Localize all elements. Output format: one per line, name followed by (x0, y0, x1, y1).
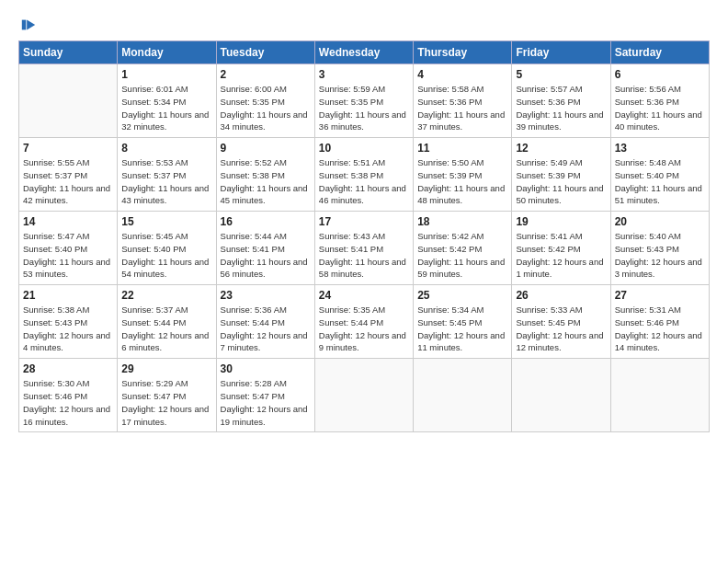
day-info: Sunrise: 5:30 AMSunset: 5:46 PMDaylight:… (23, 377, 113, 428)
day-info: Sunrise: 5:41 AMSunset: 5:42 PMDaylight:… (516, 230, 606, 281)
calendar-cell: 11Sunrise: 5:50 AMSunset: 5:39 PMDayligh… (414, 138, 512, 212)
calendar-cell: 28Sunrise: 5:30 AMSunset: 5:46 PMDayligh… (19, 359, 118, 432)
day-number: 5 (516, 68, 606, 81)
day-info: Sunrise: 5:57 AMSunset: 5:36 PMDaylight:… (516, 83, 606, 133)
day-number: 10 (319, 142, 409, 155)
day-number: 15 (121, 215, 211, 228)
day-number: 28 (23, 362, 113, 375)
calendar-cell: 1Sunrise: 6:01 AMSunset: 5:34 PMDaylight… (118, 64, 216, 138)
calendar-cell (512, 359, 610, 432)
calendar-cell: 12Sunrise: 5:49 AMSunset: 5:39 PMDayligh… (512, 138, 610, 212)
calendar-cell: 21Sunrise: 5:38 AMSunset: 5:43 PMDayligh… (19, 285, 118, 359)
calendar-cell: 20Sunrise: 5:40 AMSunset: 5:43 PMDayligh… (610, 212, 709, 285)
calendar-cell: 23Sunrise: 5:36 AMSunset: 5:44 PMDayligh… (216, 285, 314, 359)
day-info: Sunrise: 5:53 AMSunset: 5:37 PMDaylight:… (121, 156, 211, 207)
week-row-5: 28Sunrise: 5:30 AMSunset: 5:46 PMDayligh… (19, 359, 710, 432)
day-header-wednesday: Wednesday (314, 41, 413, 64)
day-info: Sunrise: 5:48 AMSunset: 5:40 PMDaylight:… (615, 156, 705, 207)
calendar-cell: 2Sunrise: 6:00 AMSunset: 5:35 PMDaylight… (216, 64, 314, 138)
calendar-table: SundayMondayTuesdayWednesdayThursdayFrid… (18, 40, 710, 432)
day-info: Sunrise: 5:43 AMSunset: 5:41 PMDaylight:… (319, 230, 409, 281)
calendar-cell: 29Sunrise: 5:29 AMSunset: 5:47 PMDayligh… (118, 359, 216, 432)
calendar-cell: 13Sunrise: 5:48 AMSunset: 5:40 PMDayligh… (610, 138, 709, 212)
day-number: 23 (221, 289, 311, 302)
day-info: Sunrise: 5:35 AMSunset: 5:44 PMDaylight:… (319, 304, 409, 354)
day-info: Sunrise: 5:47 AMSunset: 5:40 PMDaylight:… (23, 230, 113, 281)
day-number: 14 (23, 215, 113, 228)
header-row: SundayMondayTuesdayWednesdayThursdayFrid… (19, 41, 710, 64)
day-info: Sunrise: 5:49 AMSunset: 5:39 PMDaylight:… (516, 156, 606, 207)
week-row-1: 1Sunrise: 6:01 AMSunset: 5:34 PMDaylight… (19, 64, 710, 138)
day-info: Sunrise: 6:00 AMSunset: 5:35 PMDaylight:… (221, 83, 311, 133)
calendar-cell (314, 359, 413, 432)
day-number: 25 (417, 289, 507, 302)
calendar-cell: 17Sunrise: 5:43 AMSunset: 5:41 PMDayligh… (314, 212, 413, 285)
day-number: 26 (516, 289, 606, 302)
day-info: Sunrise: 5:51 AMSunset: 5:38 PMDaylight:… (319, 156, 409, 207)
day-number: 11 (417, 142, 507, 155)
day-info: Sunrise: 5:38 AMSunset: 5:43 PMDaylight:… (23, 304, 113, 354)
week-row-4: 21Sunrise: 5:38 AMSunset: 5:43 PMDayligh… (19, 285, 710, 359)
day-info: Sunrise: 5:29 AMSunset: 5:47 PMDaylight:… (121, 377, 211, 428)
calendar-cell: 19Sunrise: 5:41 AMSunset: 5:42 PMDayligh… (512, 212, 610, 285)
calendar-cell: 30Sunrise: 5:28 AMSunset: 5:47 PMDayligh… (216, 359, 314, 432)
day-info: Sunrise: 5:44 AMSunset: 5:41 PMDaylight:… (221, 230, 311, 281)
calendar-cell (610, 359, 709, 432)
day-info: Sunrise: 5:36 AMSunset: 5:44 PMDaylight:… (221, 304, 311, 354)
calendar-cell: 8Sunrise: 5:53 AMSunset: 5:37 PMDaylight… (118, 138, 216, 212)
day-info: Sunrise: 5:31 AMSunset: 5:46 PMDaylight:… (615, 304, 705, 354)
day-header-thursday: Thursday (414, 41, 512, 64)
day-info: Sunrise: 5:40 AMSunset: 5:43 PMDaylight:… (615, 230, 705, 281)
calendar-cell: 18Sunrise: 5:42 AMSunset: 5:42 PMDayligh… (414, 212, 512, 285)
day-info: Sunrise: 5:28 AMSunset: 5:47 PMDaylight:… (221, 377, 311, 428)
calendar-cell: 9Sunrise: 5:52 AMSunset: 5:38 PMDaylight… (216, 138, 314, 212)
calendar-cell: 24Sunrise: 5:35 AMSunset: 5:44 PMDayligh… (314, 285, 413, 359)
day-number: 9 (221, 142, 311, 155)
header (18, 17, 710, 33)
page: SundayMondayTuesdayWednesdayThursdayFrid… (0, 0, 728, 563)
calendar-cell: 15Sunrise: 5:45 AMSunset: 5:40 PMDayligh… (118, 212, 216, 285)
calendar-cell (414, 359, 512, 432)
calendar-cell: 3Sunrise: 5:59 AMSunset: 5:35 PMDaylight… (314, 64, 413, 138)
calendar-cell: 4Sunrise: 5:58 AMSunset: 5:36 PMDaylight… (414, 64, 512, 138)
day-info: Sunrise: 5:45 AMSunset: 5:40 PMDaylight:… (121, 230, 211, 281)
day-number: 24 (319, 289, 409, 302)
calendar-cell: 25Sunrise: 5:34 AMSunset: 5:45 PMDayligh… (414, 285, 512, 359)
calendar-cell: 16Sunrise: 5:44 AMSunset: 5:41 PMDayligh… (216, 212, 314, 285)
calendar-cell: 26Sunrise: 5:33 AMSunset: 5:45 PMDayligh… (512, 285, 610, 359)
svg-rect-1 (22, 20, 27, 30)
day-number: 20 (615, 215, 705, 228)
week-row-3: 14Sunrise: 5:47 AMSunset: 5:40 PMDayligh… (19, 212, 710, 285)
day-info: Sunrise: 5:42 AMSunset: 5:42 PMDaylight:… (417, 230, 507, 281)
day-number: 27 (615, 289, 705, 302)
day-number: 13 (615, 142, 705, 155)
day-header-saturday: Saturday (610, 41, 709, 64)
day-number: 18 (417, 215, 507, 228)
day-number: 19 (516, 215, 606, 228)
calendar-cell: 27Sunrise: 5:31 AMSunset: 5:46 PMDayligh… (610, 285, 709, 359)
calendar-cell: 10Sunrise: 5:51 AMSunset: 5:38 PMDayligh… (314, 138, 413, 212)
day-info: Sunrise: 5:55 AMSunset: 5:37 PMDaylight:… (23, 156, 113, 207)
day-info: Sunrise: 5:52 AMSunset: 5:38 PMDaylight:… (221, 156, 311, 207)
day-info: Sunrise: 5:56 AMSunset: 5:36 PMDaylight:… (615, 83, 705, 133)
logo-icon (20, 17, 37, 33)
day-number: 17 (319, 215, 409, 228)
day-number: 16 (221, 215, 311, 228)
svg-marker-0 (27, 20, 35, 30)
day-info: Sunrise: 5:59 AMSunset: 5:35 PMDaylight:… (319, 83, 409, 133)
day-info: Sunrise: 5:34 AMSunset: 5:45 PMDaylight:… (417, 304, 507, 354)
day-number: 29 (121, 362, 211, 375)
calendar-cell: 14Sunrise: 5:47 AMSunset: 5:40 PMDayligh… (19, 212, 118, 285)
day-header-tuesday: Tuesday (216, 41, 314, 64)
day-number: 2 (221, 68, 311, 81)
calendar-cell: 22Sunrise: 5:37 AMSunset: 5:44 PMDayligh… (118, 285, 216, 359)
day-info: Sunrise: 6:01 AMSunset: 5:34 PMDaylight:… (121, 83, 211, 133)
day-number: 8 (121, 142, 211, 155)
calendar-cell (19, 64, 118, 138)
day-number: 7 (23, 142, 113, 155)
calendar-cell: 7Sunrise: 5:55 AMSunset: 5:37 PMDaylight… (19, 138, 118, 212)
day-number: 12 (516, 142, 606, 155)
day-number: 22 (121, 289, 211, 302)
day-number: 30 (221, 362, 311, 375)
calendar-cell: 6Sunrise: 5:56 AMSunset: 5:36 PMDaylight… (610, 64, 709, 138)
